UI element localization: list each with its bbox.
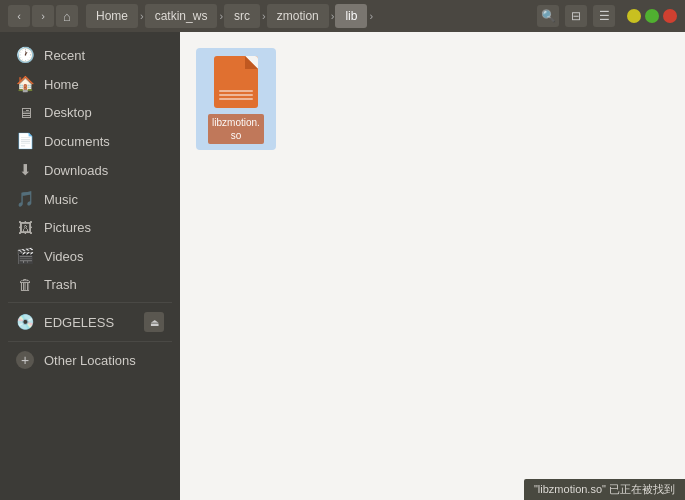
sidebar-item-trash[interactable]: 🗑 Trash xyxy=(4,271,176,298)
sidebar-label-documents: Documents xyxy=(44,134,164,149)
close-button[interactable] xyxy=(663,9,677,23)
breadcrumb-catkin[interactable]: catkin_ws xyxy=(145,4,218,28)
sidebar-label-edgeless: EDGELESS xyxy=(44,315,134,330)
breadcrumb-zmotion[interactable]: zmotion xyxy=(267,4,329,28)
so-file-icon xyxy=(214,56,258,108)
status-text: "libzmotion.so" 已正在被找到 xyxy=(534,483,675,495)
sidebar-label-home: Home xyxy=(44,77,164,92)
sidebar-label-music: Music xyxy=(44,192,164,207)
sidebar-item-other-locations[interactable]: + Other Locations xyxy=(4,346,176,374)
sidebar-item-home[interactable]: 🏠 Home xyxy=(4,70,176,98)
maximize-button[interactable] xyxy=(645,9,659,23)
breadcrumb-lib[interactable]: lib xyxy=(335,4,367,28)
documents-icon: 📄 xyxy=(16,132,34,150)
home-icon: 🏠 xyxy=(16,75,34,93)
breadcrumb-more: › xyxy=(369,10,373,22)
breadcrumb-src[interactable]: src xyxy=(224,4,260,28)
sidebar-label-videos: Videos xyxy=(44,249,164,264)
sidebar-item-downloads[interactable]: ⬇ Downloads xyxy=(4,156,176,184)
file-line-2 xyxy=(219,94,253,96)
breadcrumb-sep-3: › xyxy=(262,10,266,22)
sidebar-label-pictures: Pictures xyxy=(44,220,164,235)
trash-icon: 🗑 xyxy=(16,276,34,293)
sidebar-label-recent: Recent xyxy=(44,48,164,63)
breadcrumb-sep-4: › xyxy=(331,10,335,22)
file-icon-wrapper xyxy=(212,54,260,110)
file-grid: libzmotion.so xyxy=(180,32,685,166)
nav-forward-button[interactable]: › xyxy=(32,5,54,27)
desktop-icon: 🖥 xyxy=(16,104,34,121)
drive-icon: 💿 xyxy=(16,313,34,331)
window-controls xyxy=(627,9,677,23)
nav-up-button[interactable]: ⌂ xyxy=(56,5,78,27)
music-icon: 🎵 xyxy=(16,190,34,208)
sidebar-item-videos[interactable]: 🎬 Videos xyxy=(4,242,176,270)
nav-buttons: ‹ › ⌂ xyxy=(8,5,78,27)
sidebar-item-pictures[interactable]: 🖼 Pictures xyxy=(4,214,176,241)
content-area: libzmotion.so "libzmotion.so" 已正在被找到 xyxy=(180,32,685,500)
main-container: 🕐 Recent 🏠 Home 🖥 Desktop 📄 Documents ⬇ … xyxy=(0,32,685,500)
breadcrumb-home[interactable]: Home xyxy=(86,4,138,28)
sidebar-item-music[interactable]: 🎵 Music xyxy=(4,185,176,213)
nav-back-button[interactable]: ‹ xyxy=(8,5,30,27)
sidebar-item-recent[interactable]: 🕐 Recent xyxy=(4,41,176,69)
view-toggle-button[interactable]: ⊟ xyxy=(565,5,587,27)
sidebar-label-desktop: Desktop xyxy=(44,105,164,120)
file-item-libzmotion[interactable]: libzmotion.so xyxy=(196,48,276,150)
downloads-icon: ⬇ xyxy=(16,161,34,179)
minimize-button[interactable] xyxy=(627,9,641,23)
titlebar: ‹ › ⌂ Home › catkin_ws › src › zmotion ›… xyxy=(0,0,685,32)
pictures-icon: 🖼 xyxy=(16,219,34,236)
file-lines xyxy=(219,90,253,102)
sidebar-label-trash: Trash xyxy=(44,277,164,292)
sidebar-divider-2 xyxy=(8,341,172,342)
sidebar-item-desktop[interactable]: 🖥 Desktop xyxy=(4,99,176,126)
breadcrumb-sep-1: › xyxy=(140,10,144,22)
status-bar: "libzmotion.so" 已正在被找到 xyxy=(524,479,685,500)
sidebar-divider-1 xyxy=(8,302,172,303)
sidebar-label-other-locations: Other Locations xyxy=(44,353,164,368)
recent-icon: 🕐 xyxy=(16,46,34,64)
file-line-1 xyxy=(219,90,253,92)
file-name-libzmotion: libzmotion.so xyxy=(208,114,264,144)
eject-button[interactable]: ⏏ xyxy=(144,312,164,332)
menu-button[interactable]: ☰ xyxy=(593,5,615,27)
sidebar-item-edgeless[interactable]: 💿 EDGELESS ⏏ xyxy=(4,307,176,337)
search-button[interactable]: 🔍 xyxy=(537,5,559,27)
videos-icon: 🎬 xyxy=(16,247,34,265)
file-line-3 xyxy=(219,98,253,100)
breadcrumb-sep-2: › xyxy=(219,10,223,22)
breadcrumb: Home › catkin_ws › src › zmotion › lib › xyxy=(86,4,533,28)
sidebar: 🕐 Recent 🏠 Home 🖥 Desktop 📄 Documents ⬇ … xyxy=(0,32,180,500)
sidebar-label-downloads: Downloads xyxy=(44,163,164,178)
add-icon: + xyxy=(16,351,34,369)
sidebar-item-documents[interactable]: 📄 Documents xyxy=(4,127,176,155)
titlebar-actions: 🔍 ⊟ ☰ xyxy=(537,5,677,27)
